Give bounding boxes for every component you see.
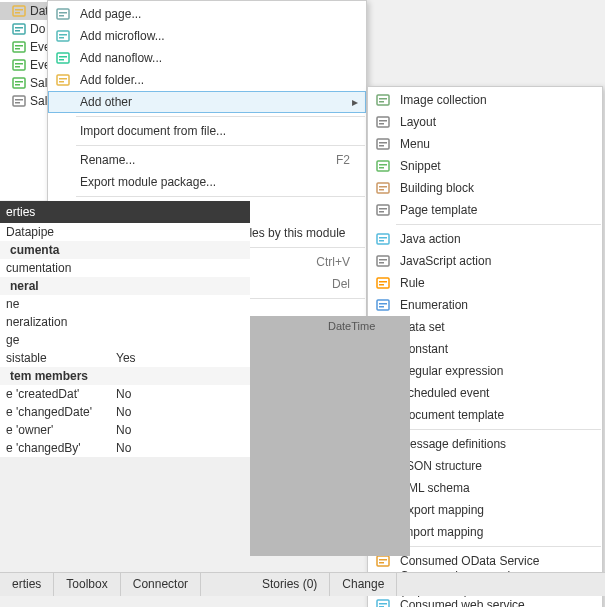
- props-row[interactable]: e 'owner'No: [0, 421, 250, 439]
- props-label: tem members: [4, 369, 114, 383]
- props-row[interactable]: neralization: [0, 313, 250, 331]
- layout-icon: [372, 115, 394, 129]
- svg-rect-0: [13, 6, 25, 16]
- menu-icon: [372, 137, 394, 151]
- submenu-item-label: Consumed web service: [394, 598, 594, 607]
- svg-rect-50: [379, 240, 384, 242]
- menu-item-export-module-package[interactable]: Export module package...: [48, 171, 366, 193]
- svg-rect-26: [59, 59, 64, 61]
- svg-rect-44: [379, 189, 384, 191]
- props-value: No: [110, 405, 250, 419]
- menu-item-label: Rename...: [74, 153, 336, 167]
- svg-rect-33: [377, 117, 389, 127]
- props-row[interactable]: e 'changedBy'No: [0, 439, 250, 457]
- props-label: neral: [4, 279, 114, 293]
- props-label: neralization: [0, 315, 110, 329]
- bottom-tab-change[interactable]: Change: [330, 573, 397, 596]
- menu-item-label: Add microflow...: [74, 29, 358, 43]
- menu-separator: [76, 116, 365, 117]
- submenu-item-menu[interactable]: Menu: [368, 133, 602, 155]
- bottom-tab-connector[interactable]: Connector: [121, 573, 201, 596]
- props-row[interactable]: cumentation: [0, 259, 250, 277]
- props-value: Yes: [110, 351, 250, 365]
- menu-item-add-nanoflow[interactable]: Add nanoflow...: [48, 47, 366, 69]
- svg-rect-37: [379, 142, 387, 144]
- props-row[interactable]: ne: [0, 295, 250, 313]
- svg-rect-39: [377, 161, 389, 171]
- props-section[interactable]: neral: [0, 277, 250, 295]
- svg-rect-14: [15, 84, 20, 86]
- submenu-item-snippet[interactable]: Snippet: [368, 155, 602, 177]
- submenu-item-javascript-action[interactable]: JavaScript action: [368, 250, 602, 272]
- bottom-left-tabs: ertiesToolboxConnector: [0, 572, 250, 596]
- menu-item-import-document-from-file[interactable]: Import document from file...: [48, 120, 366, 142]
- menu-item-add-microflow[interactable]: Add microflow...: [48, 25, 366, 47]
- menu-shortcut: Del: [332, 277, 358, 291]
- websvc-c-icon: [372, 598, 394, 607]
- template-icon: [372, 203, 394, 217]
- snippet-icon: [372, 159, 394, 173]
- svg-rect-32: [379, 101, 384, 103]
- svg-rect-58: [379, 303, 387, 305]
- submenu-item-label: Message definitions: [394, 437, 594, 451]
- svg-rect-34: [379, 120, 387, 122]
- microflow-icon: [52, 29, 74, 43]
- bottom-tab-erties[interactable]: erties: [0, 573, 54, 596]
- svg-rect-27: [57, 75, 69, 85]
- props-row[interactable]: e 'createdDat'No: [0, 385, 250, 403]
- props-value: No: [110, 387, 250, 401]
- menu-item-rename[interactable]: Rename...F2: [48, 149, 366, 171]
- editor-canvas[interactable]: [250, 316, 410, 556]
- props-label: e 'changedDate': [0, 405, 110, 419]
- block-icon: [372, 181, 394, 195]
- props-section[interactable]: tem members: [0, 367, 250, 385]
- submenu-item-image-collection[interactable]: Image collection: [368, 89, 602, 111]
- menu-shortcut: F2: [336, 153, 358, 167]
- bottom-tab-stories-[interactable]: Stories (0): [250, 573, 330, 596]
- svg-rect-57: [377, 300, 389, 310]
- submenu-item-label: Data set: [394, 320, 594, 334]
- menu-item-add-folder[interactable]: Add folder...: [48, 69, 366, 91]
- submenu-item-layout[interactable]: Layout: [368, 111, 602, 133]
- svg-rect-53: [379, 262, 384, 264]
- svg-rect-92: [379, 562, 384, 564]
- svg-rect-18: [57, 9, 69, 19]
- props-row[interactable]: ge: [0, 331, 250, 349]
- svg-rect-25: [59, 56, 67, 58]
- menu-item-add-other[interactable]: Add other▸: [48, 91, 366, 113]
- bottom-tab-toolbox[interactable]: Toolbox: [54, 573, 120, 596]
- svg-rect-3: [13, 24, 25, 34]
- submenu-item-label: Import mapping: [394, 525, 594, 539]
- submenu-item-label: Scheduled event: [394, 386, 594, 400]
- submenu-item-enumeration[interactable]: Enumeration: [368, 294, 602, 316]
- props-row[interactable]: sistableYes: [0, 349, 250, 367]
- props-row[interactable]: e 'changedDate'No: [0, 403, 250, 421]
- props-label: sistable: [0, 351, 110, 365]
- submenu-item-label: Rule: [394, 276, 594, 290]
- svg-rect-21: [57, 31, 69, 41]
- submenu-item-label: Menu: [394, 137, 594, 151]
- svg-rect-11: [15, 66, 20, 68]
- svg-rect-43: [379, 186, 387, 188]
- submenu-item-label: XML schema: [394, 481, 594, 495]
- submenu-item-label: Export mapping: [394, 503, 594, 517]
- props-label: cumenta: [4, 243, 114, 257]
- submenu-item-label: Consumed OData Service: [394, 554, 594, 568]
- submenu-item-rule[interactable]: Rule: [368, 272, 602, 294]
- props-row[interactable]: Datapipe: [0, 223, 250, 241]
- submenu-item-building-block[interactable]: Building block: [368, 177, 602, 199]
- menu-item-add-page[interactable]: Add page...: [48, 3, 366, 25]
- svg-rect-35: [379, 123, 384, 125]
- svg-rect-24: [57, 53, 69, 63]
- svg-rect-12: [13, 78, 25, 88]
- submenu-item-label: Java action: [394, 232, 594, 246]
- menu-separator: [76, 145, 365, 146]
- submenu-item-page-template[interactable]: Page template: [368, 199, 602, 221]
- svg-rect-6: [13, 42, 25, 52]
- props-section[interactable]: cumenta: [0, 241, 250, 259]
- submenu-item-label: Document template: [394, 408, 594, 422]
- submenu-item-java-action[interactable]: Java action: [368, 228, 602, 250]
- submenu-item-label: Enumeration: [394, 298, 594, 312]
- svg-rect-2: [15, 12, 20, 14]
- svg-rect-31: [379, 98, 387, 100]
